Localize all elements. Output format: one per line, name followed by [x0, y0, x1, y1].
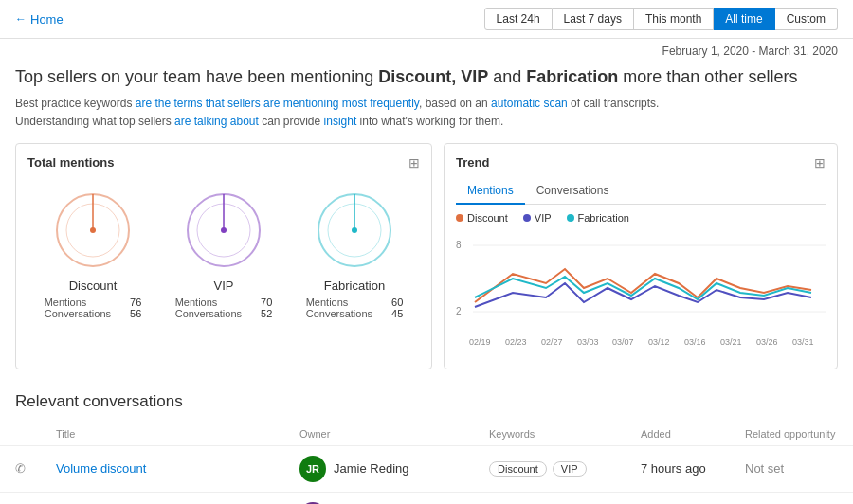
discount-stats: Mentions 76 Conversations 56: [45, 297, 142, 319]
fabrication-label: Fabrication: [324, 279, 385, 293]
discount-mentions-value: 76: [130, 297, 141, 308]
discount-label: Discount: [69, 279, 118, 293]
owner-name: Jamie Reding: [334, 461, 409, 476]
expand-icon-trend[interactable]: ⊞: [814, 155, 826, 171]
svg-text:2: 2: [456, 306, 462, 316]
row-keywords: DiscountVIP: [474, 492, 626, 504]
legend-label-vip: VIP: [535, 212, 552, 224]
keyword-badge[interactable]: Discount: [489, 461, 547, 477]
trend-title: Trend: [456, 155, 489, 170]
col-title: Title: [41, 423, 284, 446]
circle-discount: Discount Mentions 76 Conversations 56: [45, 188, 142, 319]
row-opportunity: Not set: [730, 445, 853, 492]
avatar: JR: [299, 456, 326, 482]
svg-text:03/21: 03/21: [720, 337, 742, 347]
legend-dot-vip: [523, 214, 531, 222]
row-keywords: DiscountVIP: [474, 445, 626, 492]
legend-dot-fabrication: [567, 214, 574, 222]
legend-discount: Discount: [456, 212, 508, 224]
tab-mentions[interactable]: Mentions: [456, 180, 525, 205]
keyword-fabrication: Fabrication: [526, 67, 618, 86]
top-nav: ← Home Last 24h Last 7 days This month A…: [0, 0, 853, 39]
subtitle: Best practice keywords are the terms tha…: [0, 95, 853, 142]
trend-chart: 8 2 02/19 02/23 02/27 03/03 03/07 03/12 …: [456, 231, 826, 357]
svg-point-7: [221, 227, 227, 233]
subtitle-line1: Best practice keywords are the terms tha…: [15, 95, 838, 113]
heading-prefix: Top sellers on your team have been menti…: [15, 67, 378, 86]
trend-tabs: Mentions Conversations: [456, 180, 826, 205]
trend-legend: Discount VIP Fabrication: [456, 212, 826, 224]
col-icon: [0, 423, 41, 446]
svg-text:03/03: 03/03: [577, 337, 599, 347]
legend-fabrication: Fabrication: [567, 212, 629, 224]
svg-point-3: [90, 227, 96, 233]
circle-vip: VIP Mentions 70 Conversations 52: [175, 188, 273, 319]
trend-card: Trend ⊞ Mentions Conversations Discount …: [444, 143, 838, 369]
svg-text:02/19: 02/19: [469, 337, 491, 347]
phone-icon-cell: ✆: [0, 445, 41, 492]
circles-row: Discount Mentions 76 Conversations 56: [27, 180, 420, 327]
legend-label-fabrication: Fabrication: [578, 212, 629, 224]
phone-icon: ✆: [15, 461, 26, 476]
col-keywords: Keywords: [474, 423, 626, 446]
filter-alltime[interactable]: All time: [714, 8, 774, 30]
filter-last7days[interactable]: Last 7 days: [553, 8, 634, 30]
main-heading: Top sellers on your team have been menti…: [0, 62, 853, 95]
back-link[interactable]: ← Home: [15, 12, 64, 27]
discount-conversations-label: Conversations: [45, 308, 111, 319]
col-added: Added: [626, 423, 730, 446]
col-owner: Owner: [284, 423, 474, 446]
subtitle-link1[interactable]: are the terms that sellers are mentionin…: [136, 97, 419, 110]
row-owner: JRJamie Reding: [284, 445, 474, 492]
time-filters: Last 24h Last 7 days This month All time…: [484, 8, 838, 30]
table-row[interactable]: ✆Volume discountJRJamie RedingDiscountVI…: [0, 445, 853, 492]
heading-and: and: [488, 67, 526, 86]
table-row[interactable]: ✆Closing the dealJHJeff HayDiscountVIP7 …: [0, 492, 853, 504]
row-title[interactable]: Volume discount: [41, 445, 284, 492]
fabrication-mentions-value: 60: [391, 297, 403, 308]
filter-last24h[interactable]: Last 24h: [484, 8, 553, 30]
row-title[interactable]: Closing the deal: [41, 492, 284, 504]
back-arrow-icon: ←: [15, 12, 27, 26]
row-opportunity: Not set: [730, 492, 853, 504]
subtitle-link3[interactable]: are talking about: [174, 115, 259, 128]
back-label: Home: [30, 12, 64, 27]
vip-label: VIP: [214, 279, 234, 293]
card-header-total: Total mentions ⊞: [27, 155, 420, 171]
conversations-title: Relevant conversations: [0, 385, 853, 423]
filter-thismonth[interactable]: This month: [634, 8, 714, 30]
cards-row: Total mentions ⊞ Discount Mentions 76: [0, 143, 853, 385]
svg-point-11: [352, 227, 357, 233]
svg-text:03/26: 03/26: [756, 337, 778, 347]
circle-svg-fabrication: [312, 188, 397, 273]
vip-mentions-value: 70: [261, 297, 272, 308]
subtitle-link4[interactable]: insight: [324, 115, 357, 128]
discount-conversations-value: 56: [130, 308, 141, 319]
legend-vip: VIP: [523, 212, 552, 224]
circle-svg-discount: [50, 188, 136, 273]
phone-icon-cell: ✆: [0, 492, 41, 504]
tab-conversations[interactable]: Conversations: [525, 180, 621, 205]
subtitle-link2[interactable]: automatic scan: [491, 97, 568, 110]
fabrication-stats: Mentions 60 Conversations 45: [306, 297, 404, 319]
date-range: February 1, 2020 - March 31, 2020: [0, 39, 853, 62]
keyword-vip: VIP: [461, 67, 488, 86]
trend-svg: 8 2 02/19 02/23 02/27 03/03 03/07 03/12 …: [456, 231, 826, 354]
subtitle-line2: Understanding what top sellers are talki…: [15, 113, 838, 131]
circle-fabrication: Fabrication Mentions 60 Conversations 45: [306, 188, 404, 319]
filter-custom[interactable]: Custom: [775, 8, 838, 30]
keyword-badge[interactable]: VIP: [553, 461, 587, 477]
legend-dot-discount: [456, 214, 463, 222]
fabrication-conversations-value: 45: [391, 308, 403, 319]
fabrication-conversations-label: Conversations: [306, 308, 372, 319]
expand-icon-total[interactable]: ⊞: [408, 155, 420, 171]
legend-label-discount: Discount: [467, 212, 508, 224]
svg-text:02/23: 02/23: [505, 337, 527, 347]
total-mentions-card: Total mentions ⊞ Discount Mentions 76: [15, 143, 432, 369]
discount-mentions-label: Mentions: [45, 297, 87, 308]
vip-mentions-label: Mentions: [175, 297, 218, 308]
col-opportunity: Related opportunity: [730, 423, 853, 446]
total-mentions-title: Total mentions: [27, 155, 114, 170]
fabrication-mentions-label: Mentions: [306, 297, 349, 308]
card-header-trend: Trend ⊞: [456, 155, 826, 171]
